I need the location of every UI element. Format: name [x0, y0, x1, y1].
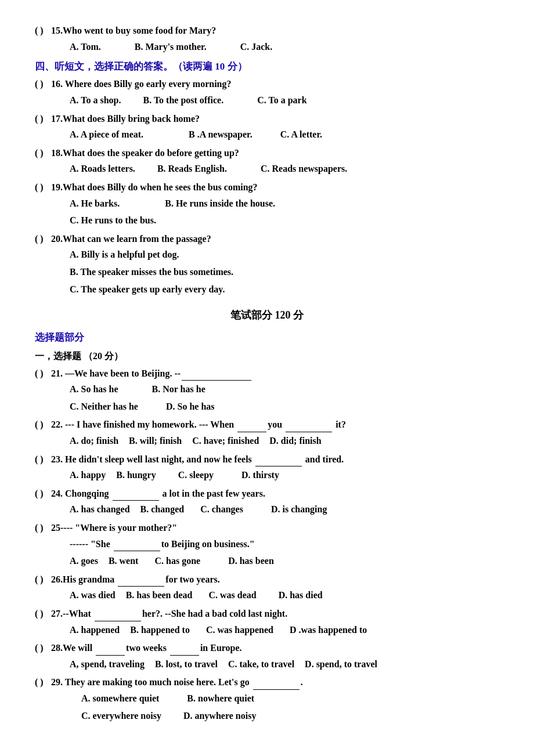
q21-a: A. So has he [70, 382, 118, 397]
q26-answers: A. was died B. has been dead C. was dead… [70, 588, 499, 603]
q21-blank [182, 380, 251, 381]
q23-b: B. hungry [116, 468, 156, 483]
q24-text: 24. Chongqing a lot in the past few year… [51, 486, 265, 501]
q18-answers: A. Roads letters. B. Reads English. C. R… [70, 161, 499, 176]
q27-c: C. was happened [206, 623, 273, 638]
q22-c: C. have; finished [192, 433, 259, 448]
q26-c: C. was dead [208, 588, 256, 603]
section4-title: 四、听短文，选择正确的答案。（读两遍 10 分） [35, 59, 499, 74]
q28-text: 28.We will two weeks in Europe. [51, 641, 242, 656]
question-19: ( ) 19.What does Billy do when he sees t… [35, 180, 499, 228]
q25-paren: ( ) [35, 520, 51, 536]
q29-a: A. somewhere quiet [81, 691, 159, 706]
q23-d: D. thirsty [241, 468, 279, 483]
q25-text2: ------ "She to Beijing on business." [70, 537, 499, 552]
q19-a: A. He barks. [70, 196, 120, 211]
q27-answers: A. happened B. happened to C. was happen… [70, 623, 499, 638]
q28-a: A, spend, traveling [70, 657, 145, 672]
q21-paren: ( ) [35, 366, 51, 381]
q21-d: D. So he has [166, 399, 215, 414]
question-18: ( ) 18.What does the speaker do before g… [35, 146, 499, 176]
q25-b: B. went [109, 554, 139, 569]
q19-text: 19.What does Billy do when he sees the b… [51, 180, 258, 195]
q22-answers: A. do; finish B. will; finish C. have; f… [70, 433, 499, 448]
q25-answers: A. goes B. went C. has gone D. has been [70, 554, 499, 569]
q24-paren: ( ) [35, 486, 51, 501]
q22-d: D. did; finish [269, 433, 321, 448]
q28-c: C. take, to travel [228, 657, 294, 672]
q22-a: A. do; finish [70, 433, 118, 448]
q23-answers: A. happy B. hungry C. sleepy D. thirsty [70, 468, 499, 483]
q26-blank [118, 586, 164, 587]
q21-text: 21. —We have been to Beijing. -- [51, 366, 252, 381]
q15-answers: A. Tom. B. Mary's mother. C. Jack. [70, 39, 499, 55]
question-27: ( ) 27.--What her?. --She had a bad cold… [35, 606, 499, 637]
q29-text: 29. They are making too much noise here.… [51, 675, 303, 690]
q24-a: A. has changed [70, 502, 130, 517]
q25-a: A. goes [70, 554, 98, 569]
q21-answers-row2: C. Neither has he D. So he has [70, 399, 499, 414]
q24-b: B. changed [140, 502, 185, 517]
q18-a: A. Roads letters. [70, 161, 135, 176]
q17-a: A. A piece of meat. [70, 127, 143, 142]
q22-paren: ( ) [35, 417, 51, 432]
q19-paren: ( ) [35, 180, 51, 195]
q28-answers: A, spend, traveling B. lost, to travel C… [70, 657, 499, 672]
q23-c: C. sleepy [178, 468, 214, 483]
q28-blank2 [170, 655, 199, 656]
q20-b: B. The speaker misses the bus sometimes. [70, 265, 499, 280]
question-21: ( ) 21. —We have been to Beijing. -- A. … [35, 366, 499, 414]
q19-answers-row1: A. He barks. B. He runs inside the house… [70, 196, 499, 211]
q20-text: 20.What can we learn from the passage? [51, 231, 211, 247]
q15-c: C. Jack. [240, 39, 273, 55]
q28-blank1 [96, 655, 125, 656]
q22-b: B. will; finish [129, 433, 182, 448]
q24-d: D. is changing [271, 502, 327, 517]
q17-paren: ( ) [35, 111, 51, 126]
question-26: ( ) 26.His grandma for two years. A. was… [35, 572, 499, 603]
question-29: ( ) 29. They are making too much noise h… [35, 675, 499, 723]
q27-b: B. happened to [130, 623, 190, 638]
written-title-text: 笔试部分 120 分 [35, 307, 499, 324]
q17-answers: A. A piece of meat. B .A newspaper. C. A… [70, 127, 499, 142]
q25-blank [114, 551, 160, 551]
q28-b: B. lost, to travel [155, 657, 218, 672]
question-20: ( ) 20.What can we learn from the passag… [35, 231, 499, 296]
q29-paren: ( ) [35, 675, 51, 690]
q19-b: B. He runs inside the house. [165, 196, 275, 211]
q16-c: C. To a park [257, 93, 306, 108]
q26-b: B. has been dead [126, 588, 193, 603]
q15-paren: ( ) [35, 23, 51, 38]
q22-blank1 [237, 432, 266, 432]
question-28: ( ) 28.We will two weeks in Europe. A, s… [35, 641, 499, 671]
q25-d: D. has been [228, 554, 274, 569]
q16-b: B. To the post office. [143, 93, 224, 108]
q17-c: C. A letter. [280, 127, 322, 142]
q25-text: 25---- "Where is your mother?" [51, 520, 177, 536]
q18-text: 18.What does the speaker do before getti… [51, 146, 239, 161]
q29-blank [253, 689, 300, 690]
q23-a: A. happy [70, 468, 106, 483]
section1-label: 一，选择题 （20 分） [35, 349, 499, 364]
q26-a: A. was died [70, 588, 116, 603]
q26-text: 26.His grandma for two years. [51, 572, 220, 587]
q20-paren: ( ) [35, 231, 51, 247]
q28-paren: ( ) [35, 641, 51, 656]
question-23: ( ) 23. He didn't sleep well last night,… [35, 452, 499, 483]
written-section-title: 笔试部分 120 分 [35, 307, 499, 324]
question-24: ( ) 24. Chongqing a lot in the past few … [35, 486, 499, 517]
q28-d: D. spend, to travel [305, 657, 377, 672]
q22-text: 22. --- I have finished my homework. ---… [51, 417, 346, 432]
q15-b: B. Mary's mother. [135, 39, 207, 55]
q27-a: A. happened [70, 623, 120, 638]
q18-paren: ( ) [35, 146, 51, 161]
q24-c: C. changes [200, 502, 243, 517]
q23-paren: ( ) [35, 452, 51, 467]
select-section-label: 选择题部分 [35, 330, 499, 345]
q25-c: C. has gone [154, 554, 200, 569]
q24-blank [113, 500, 159, 501]
q20-a: A. Billy is a helpful pet dog. [70, 247, 499, 262]
q26-d: D. has died [279, 588, 323, 603]
q17-b: B .A newspaper. [189, 127, 252, 142]
q26-paren: ( ) [35, 572, 51, 587]
